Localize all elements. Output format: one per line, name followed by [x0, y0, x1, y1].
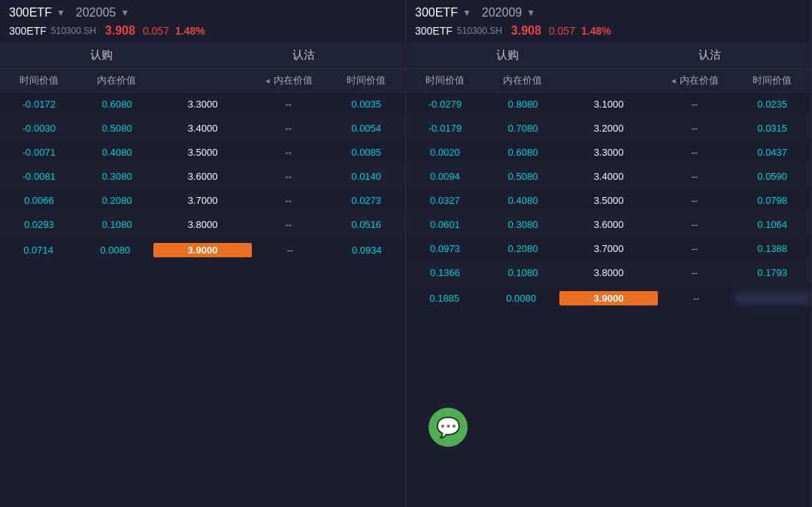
cell-iv2: -- — [656, 219, 734, 230]
left-col-iv2: ◄ 内在价值 — [250, 74, 328, 87]
right-price-pct: 1.48% — [581, 25, 611, 37]
table-row[interactable]: 0.00660.20803.7000--0.0273 — [0, 189, 405, 213]
left-col-tv2: 时间价值 — [327, 74, 405, 87]
cell-strike: 3.5000 — [562, 195, 655, 206]
right-call-label[interactable]: 认购 — [406, 42, 609, 68]
table-row[interactable]: -0.02790.80803.1000--0.0235 — [406, 93, 811, 117]
right-arrow-indicator: ◄ — [670, 77, 677, 85]
table-row[interactable]: 0.07140.00803.9000--0.0934 — [0, 237, 405, 264]
cell-tv1: 0.0293 — [0, 219, 78, 230]
left-section-headers: 认购 认沽 — [0, 42, 405, 69]
cell-iv2: -- — [656, 147, 734, 158]
left-panel: 300ETF ▼ 202005 ▼ 300ETF 510300.SH 3.908… — [0, 0, 406, 507]
cell-iv2: -- — [656, 195, 734, 206]
right-price-main: 3.908 — [511, 24, 541, 38]
cell-strike: 3.4000 — [156, 123, 249, 134]
table-row[interactable]: 0.00940.50803.4000--0.0590 — [406, 165, 811, 189]
right-stock-code: 510300.SH — [457, 26, 502, 36]
cell-tv2: 0.0590 — [733, 171, 811, 182]
cell-iv2: -- — [656, 243, 734, 254]
table-row[interactable]: -0.00710.40803.5000--0.0085 — [0, 141, 405, 165]
cell-tv1: 0.1885 — [406, 293, 483, 304]
table-row[interactable]: 0.06010.30803.6000--0.1064 — [406, 213, 811, 237]
left-stock-code: 510300.SH — [51, 26, 96, 36]
cell-iv1: 0.3080 — [484, 219, 562, 230]
cell-iv1: 0.2080 — [78, 195, 156, 206]
wechat-icon[interactable]: 💬 — [429, 408, 468, 447]
right-etf-dropdown[interactable]: ▼ — [462, 8, 471, 18]
right-header: 300ETF ▼ 202009 ▼ — [406, 0, 811, 23]
left-table-body: -0.01720.60803.3000--0.0035-0.00300.5080… — [0, 93, 405, 507]
cell-tv1: 0.0601 — [406, 219, 484, 230]
left-put-label[interactable]: 认沽 — [203, 42, 406, 68]
left-price-pct: 1.48% — [175, 25, 205, 37]
left-col-iv1: 内在价值 — [78, 74, 156, 87]
cell-tv2: 0.0035 — [327, 99, 405, 110]
cell-strike: 3.9000 — [153, 243, 252, 257]
cell-iv1: 0.4080 — [78, 147, 156, 158]
cell-iv2: -- — [250, 195, 328, 206]
cell-tv2: 0.0798 — [733, 195, 811, 206]
table-row[interactable]: 0.03270.40803.5000--0.0798 — [406, 189, 811, 213]
right-section-headers: 认购 认沽 — [406, 42, 811, 69]
table-row[interactable]: -0.00300.50803.4000--0.0054 — [0, 117, 405, 141]
cell-strike: 3.6000 — [562, 219, 655, 230]
cell-tv2: 0.1064 — [733, 219, 811, 230]
cell-iv2: -- — [250, 219, 328, 230]
cell-strike: 3.3000 — [562, 147, 655, 158]
right-stock-info: 300ETF 510300.SH 3.908 0.057 1.48% — [406, 23, 811, 42]
cell-iv2: -- — [250, 99, 328, 110]
cell-strike: 3.8000 — [562, 267, 655, 278]
right-put-label[interactable]: 认沽 — [609, 42, 812, 68]
right-col-iv1: 内在价值 — [484, 74, 562, 87]
table-row[interactable]: 0.02930.10803.8000--0.0516 — [0, 213, 405, 237]
cell-strike: 3.7000 — [156, 195, 249, 206]
cell-tv2: 0.0054 — [327, 123, 405, 134]
cell-iv1: 0.6080 — [484, 147, 562, 158]
cell-tv2: 0.0437 — [733, 147, 811, 158]
cell-iv2: -- — [250, 123, 328, 134]
table-row[interactable]: -0.00810.30803.6000--0.0140 — [0, 165, 405, 189]
cell-tv1: 0.0973 — [406, 243, 484, 254]
cell-tv1: -0.0030 — [0, 123, 78, 134]
cell-tv1: -0.0179 — [406, 123, 484, 134]
cell-strike: 3.3000 — [156, 99, 249, 110]
right-date-dropdown[interactable]: ▼ — [526, 8, 535, 18]
cell-strike: 3.9000 — [559, 291, 658, 305]
cell-tv1: 0.0714 — [0, 244, 77, 256]
cell-strike: 3.1000 — [562, 99, 655, 110]
cell-iv1: 0.5080 — [484, 171, 562, 182]
left-col-headers: 时间价值 内在价值 ◄ 内在价值 时间价值 — [0, 69, 405, 93]
table-row[interactable]: 0.00200.60803.3000--0.0437 — [406, 141, 811, 165]
cell-tv1: -0.0081 — [0, 171, 78, 182]
cell-tv2: 0.0516 — [327, 219, 405, 230]
table-row[interactable]: 0.13660.10803.8000--0.1793 — [406, 261, 811, 285]
cell-iv1: 0.0080 — [483, 293, 559, 304]
right-col-tv1: 时间价值 — [406, 74, 484, 87]
left-stock-name: 300ETF — [9, 25, 47, 37]
table-row[interactable]: -0.01790.70803.2000--0.0315 — [406, 117, 811, 141]
cell-strike: 3.5000 — [156, 147, 249, 158]
right-stock-name: 300ETF — [415, 25, 453, 37]
cell-iv2: -- — [656, 99, 734, 110]
left-arrow-indicator: ◄ — [264, 77, 271, 85]
right-price-change: 0.057 — [549, 25, 575, 37]
cell-iv1: 0.7080 — [484, 123, 562, 134]
cell-iv1: 0.2080 — [484, 243, 562, 254]
cell-tv2: 0.1793 — [733, 267, 811, 278]
left-etf-dropdown[interactable]: ▼ — [56, 8, 65, 18]
left-call-label[interactable]: 认购 — [0, 42, 203, 68]
table-row[interactable]: 0.09730.20803.7000--0.1388 — [406, 237, 811, 261]
cell-tv2: 0.0140 — [327, 171, 405, 182]
left-stock-info: 300ETF 510300.SH 3.908 0.057 1.48% — [0, 23, 405, 42]
cell-iv1: 0.0080 — [77, 244, 153, 256]
cell-tv2: 0.0934 — [329, 244, 405, 256]
cell-strike: 3.2000 — [562, 123, 655, 134]
cell-iv1: 0.1080 — [78, 219, 156, 230]
cell-tv2: 0.0273 — [327, 195, 405, 206]
left-date-dropdown[interactable]: ▼ — [120, 8, 129, 18]
table-row[interactable]: -0.01720.60803.3000--0.0035 — [0, 93, 405, 117]
table-row[interactable]: 0.18850.00803.9000--0.2278 — [406, 285, 811, 312]
cell-tv1: 0.0094 — [406, 171, 484, 182]
cell-tv2: 0.0235 — [733, 99, 811, 110]
